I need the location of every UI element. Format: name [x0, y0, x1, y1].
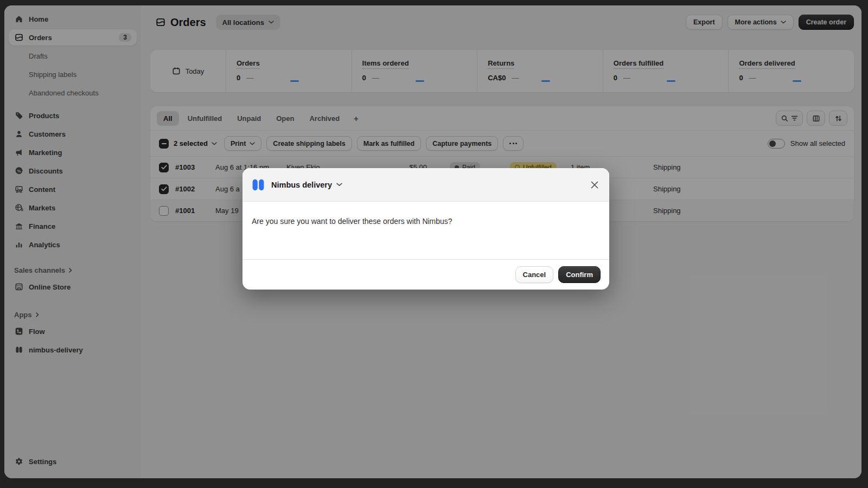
modal-title[interactable]: Nimbus delivery — [271, 181, 342, 189]
modal-body: Are you sure you want to deliver these o… — [242, 202, 609, 259]
modal-title-text: Nimbus delivery — [271, 181, 332, 189]
modal-footer: Cancel Confirm — [242, 259, 609, 290]
close-icon[interactable] — [589, 179, 601, 191]
nimbus-app-icon — [251, 178, 265, 192]
confirmation-message: Are you sure you want to deliver these o… — [252, 217, 452, 226]
confirm-button[interactable]: Confirm — [558, 266, 601, 283]
nimbus-delivery-modal: Nimbus delivery Are you sure you want to… — [242, 168, 609, 290]
cancel-button[interactable]: Cancel — [515, 266, 554, 283]
chevron-down-icon — [336, 183, 342, 187]
modal-header: Nimbus delivery — [242, 168, 609, 202]
